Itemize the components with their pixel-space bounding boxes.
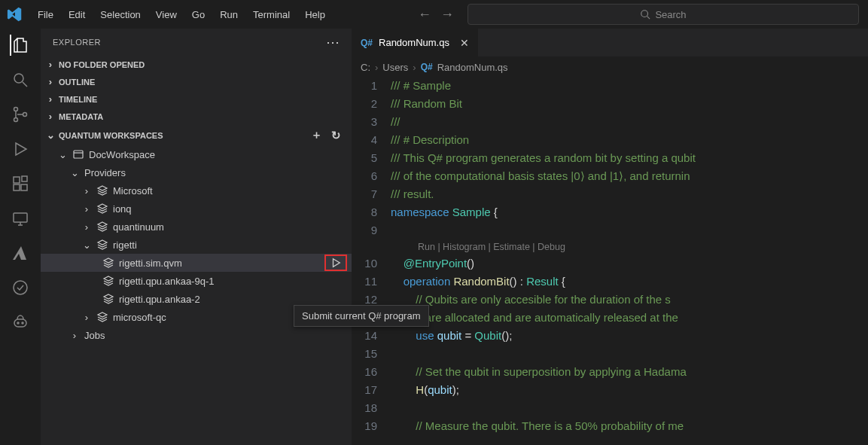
code-line[interactable]: 9 — [352, 221, 868, 239]
nav-back-icon[interactable]: ← — [418, 7, 431, 23]
section-timeline[interactable]: ›TIMELINE — [41, 90, 352, 108]
line-number: 19 — [352, 417, 391, 435]
sidebar-more-icon[interactable]: ⋯ — [326, 34, 340, 50]
menu-view[interactable]: View — [148, 5, 184, 25]
activity-testing-icon[interactable] — [10, 277, 31, 298]
menu-edit[interactable]: Edit — [61, 5, 93, 25]
layers-icon — [102, 275, 114, 287]
menu-terminal[interactable]: Terminal — [245, 5, 297, 25]
add-workspace-icon[interactable]: ＋ — [308, 128, 325, 142]
activity-remote-icon[interactable] — [10, 208, 31, 229]
titlebar: File Edit Selection View Go Run Terminal… — [0, 0, 868, 29]
provider-name: quantinuum — [113, 221, 164, 233]
svg-point-12 — [14, 281, 27, 294]
submit-program-button[interactable] — [324, 255, 347, 271]
svg-rect-9 — [21, 184, 27, 190]
menu-help[interactable]: Help — [297, 5, 333, 25]
line-number: 7 — [352, 185, 391, 203]
svg-rect-13 — [14, 319, 26, 327]
provider-microsoft[interactable]: ›Microsoft — [41, 181, 352, 200]
breadcrumb-segment[interactable]: Users — [382, 62, 408, 73]
section-no-folder[interactable]: ›NO FOLDER OPENED — [41, 56, 352, 73]
activity-run-debug-icon[interactable] — [10, 139, 31, 160]
line-number: 17 — [352, 381, 391, 399]
tab-language-badge: Q# — [361, 38, 373, 48]
tab-close-icon[interactable]: ✕ — [460, 37, 469, 49]
provider-name: microsoft-qc — [113, 312, 166, 323]
menubar: File Edit Selection View Go Run Terminal… — [30, 5, 333, 25]
search-placeholder: Search — [655, 9, 686, 20]
code-line[interactable]: 4/// # Description — [352, 131, 868, 149]
code-line[interactable]: 14 use qubit = Qubit(); — [352, 327, 868, 345]
code-line[interactable]: 3/// — [352, 113, 868, 131]
code-line[interactable]: 5/// This Q# program generates a random … — [352, 149, 868, 167]
code-line[interactable]: 6/// of the computational basis states |… — [352, 167, 868, 185]
activity-source-control-icon[interactable] — [10, 104, 31, 125]
code-line[interactable]: 8namespace Sample { — [352, 203, 868, 221]
activity-extensions-icon[interactable] — [10, 173, 31, 194]
code-line[interactable]: 17 H(qubit); — [352, 381, 868, 399]
activity-search-icon[interactable] — [10, 69, 31, 90]
jobs-group[interactable]: › Jobs — [41, 326, 352, 344]
activity-copilot-icon[interactable] — [10, 312, 31, 333]
provider-name: Microsoft — [113, 185, 153, 197]
code-line[interactable]: 7/// result. — [352, 185, 868, 203]
line-number: 8 — [352, 203, 391, 221]
code-line[interactable]: 1/// # Sample — [352, 77, 868, 95]
providers-group[interactable]: ⌄ Providers — [41, 163, 352, 181]
code-line[interactable]: 11 operation RandomBit() : Result { — [352, 273, 868, 291]
workspace-icon — [72, 148, 84, 160]
line-number: 3 — [352, 113, 391, 131]
section-outline[interactable]: ›OUTLINE — [41, 73, 352, 90]
section-label: METADATA — [59, 112, 103, 121]
layers-icon — [96, 203, 108, 215]
code-line[interactable]: 18 — [352, 399, 868, 417]
provider-ionq[interactable]: ›ionq — [41, 200, 352, 218]
refresh-workspaces-icon[interactable]: ↻ — [328, 129, 344, 142]
svg-point-4 — [14, 108, 18, 111]
provider-rigetti[interactable]: ⌄rigetti — [41, 236, 352, 254]
nav-forward-icon[interactable]: → — [440, 7, 454, 23]
code-line[interactable]: 16 // Set the qubit in superposition by … — [352, 363, 868, 381]
target-rigetti-qpu-ankaa-9q-1[interactable]: rigetti.qpu.ankaa-9q-1 — [41, 272, 352, 290]
menu-selection[interactable]: Selection — [93, 5, 148, 25]
workspace-name: DocWorkspace — [89, 149, 155, 160]
svg-rect-16 — [74, 151, 83, 158]
code-area[interactable]: 1/// # Sample2/// Random Bit3///4/// # D… — [352, 77, 868, 445]
command-center-search[interactable]: Search — [468, 4, 859, 25]
tooltip-submit-program: Submit current Q# program — [294, 305, 429, 327]
provider-name: ionq — [113, 203, 132, 215]
svg-point-14 — [17, 322, 19, 324]
code-line[interactable]: 19 // Measure the qubit. There is a 50% … — [352, 417, 868, 435]
code-line[interactable]: 15 — [352, 345, 868, 363]
section-quantum-workspaces[interactable]: ⌄QUANTUM WORKSPACES ＋ ↻ — [41, 125, 352, 145]
svg-rect-10 — [22, 176, 27, 181]
jobs-label: Jobs — [84, 330, 105, 341]
menu-go[interactable]: Go — [184, 5, 212, 25]
provider-quantinuum[interactable]: ›quantinuum — [41, 218, 352, 236]
codelens[interactable]: Run | Histogram | Estimate | Debug — [352, 239, 868, 255]
code-line[interactable]: 12 // Qubits are only accesible for the … — [352, 291, 868, 309]
section-metadata[interactable]: ›METADATA — [41, 108, 352, 125]
tab-randomnum[interactable]: Q# RandomNum.qs ✕ — [352, 29, 478, 56]
breadcrumb[interactable]: C:› Users› Q# RandomNum.qs — [352, 57, 868, 77]
section-label: NO FOLDER OPENED — [59, 60, 145, 69]
line-number: 10 — [352, 255, 391, 273]
layers-icon — [102, 257, 114, 269]
search-icon — [640, 9, 650, 20]
menu-file[interactable]: File — [30, 5, 61, 25]
tab-bar: Q# RandomNum.qs ✕ — [352, 29, 868, 57]
breadcrumb-segment[interactable]: RandomNum.qs — [437, 62, 508, 73]
sidebar: EXPLORER ⋯ ›NO FOLDER OPENED ›OUTLINE ›T… — [41, 29, 352, 445]
target-rigetti-sim-qvm[interactable]: rigetti.sim.qvm — [41, 254, 352, 272]
code-line[interactable]: 10 @EntryPoint() — [352, 255, 868, 273]
activity-azure-icon[interactable] — [10, 242, 31, 264]
code-line[interactable]: 2/// Random Bit — [352, 95, 868, 113]
code-line[interactable]: 13 // are allocated and are automaticall… — [352, 309, 868, 327]
activity-explorer-icon[interactable] — [10, 35, 31, 56]
workspace-docworkspace[interactable]: ⌄ DocWorkspace — [41, 145, 352, 163]
section-label: OUTLINE — [59, 78, 95, 87]
breadcrumb-segment[interactable]: C: — [361, 62, 370, 73]
menu-run[interactable]: Run — [212, 5, 245, 25]
svg-point-6 — [23, 113, 27, 117]
